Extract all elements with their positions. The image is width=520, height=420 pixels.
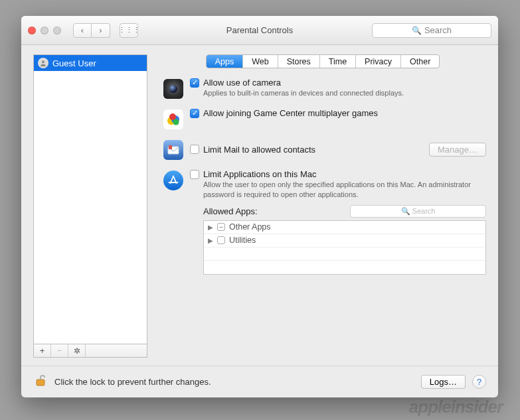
lock-text: Click the lock to prevent further change… — [54, 377, 211, 387]
setting-camera: ✓ Allow use of camera Applies to built-i… — [163, 78, 486, 99]
users-list[interactable]: Guest User — [33, 54, 147, 344]
preferences-window: ‹ › ⋮⋮⋮ Parental Controls 🔍 Search Guest… — [21, 16, 498, 397]
sidebar-footer: + − ✲ — [33, 344, 147, 358]
user-name: Guest User — [52, 58, 96, 68]
tab-other[interactable]: Other — [401, 55, 439, 68]
tabs: Apps Web Stores Time Privacy Other — [159, 54, 486, 68]
camera-checkbox[interactable]: ✓ Allow use of camera — [190, 78, 486, 88]
disclosure-triangle-icon[interactable]: ▶ — [208, 224, 213, 231]
watermark: appleinsider — [409, 397, 503, 417]
checkbox-indicator — [190, 170, 199, 179]
user-row[interactable]: Guest User — [34, 55, 147, 71]
checkbox-indicator: ✓ — [190, 78, 199, 88]
sidebar-footer-spacer — [86, 344, 147, 357]
checkbox-label: Limit Applications on this Mac — [203, 169, 317, 179]
minimize-button[interactable] — [41, 27, 48, 35]
gear-icon: ✲ — [74, 346, 80, 356]
help-button[interactable]: ? — [472, 375, 486, 389]
setting-limit-apps: Limit Applications on this Mac Allow the… — [163, 169, 486, 275]
tab-label: Other — [410, 57, 430, 66]
list-item[interactable]: ▶ Utilities — [204, 234, 485, 247]
close-button[interactable] — [28, 27, 36, 35]
svg-point-0 — [42, 60, 44, 63]
tab-apps[interactable]: Apps — [207, 55, 244, 68]
tab-label: Stores — [287, 57, 311, 66]
svg-rect-10 — [37, 380, 44, 385]
tab-label: Time — [329, 57, 347, 66]
search-icon: 🔍 — [412, 26, 422, 35]
zoom-button[interactable] — [53, 27, 61, 35]
users-sidebar: Guest User + − ✲ — [33, 54, 147, 358]
chevron-right-icon: › — [99, 25, 102, 35]
user-silhouette-icon — [38, 58, 48, 68]
window-controls — [28, 27, 61, 35]
item-label: Utilities — [229, 236, 256, 245]
svg-point-3 — [169, 113, 176, 120]
grid-icon: ⋮⋮⋮ — [118, 26, 140, 35]
window-footer: Click the lock to prevent further change… — [21, 366, 498, 397]
setting-mail: Limit Mail to allowed contacts Manage… — [163, 139, 486, 160]
checkbox-indicator — [190, 145, 199, 154]
forward-button[interactable]: › — [92, 23, 110, 38]
remove-user-button[interactable]: − — [51, 344, 68, 357]
toolbar-search-field[interactable]: 🔍 Search — [372, 23, 491, 38]
window-body: Guest User + − ✲ Apps Web Stores Time P — [21, 45, 498, 366]
add-user-button[interactable]: + — [34, 344, 51, 357]
appstore-icon — [163, 171, 183, 190]
settings-list: ✓ Allow use of camera Applies to built-i… — [159, 78, 486, 275]
svg-rect-6 — [169, 145, 172, 149]
camera-desc: Applies to built-in cameras in devices a… — [203, 88, 486, 98]
svg-point-4 — [173, 119, 179, 125]
checkbox-indicator: ✓ — [190, 109, 199, 118]
gamecenter-checkbox[interactable]: ✓ Allow joining Game Center multiplayer … — [190, 108, 486, 118]
show-all-button[interactable]: ⋮⋮⋮ — [120, 23, 138, 38]
sidebar-actions-button[interactable]: ✲ — [68, 344, 86, 357]
disclosure-triangle-icon[interactable]: ▶ — [208, 237, 213, 244]
mail-icon — [163, 140, 183, 160]
main-panel: Apps Web Stores Time Privacy Other ✓ All… — [159, 54, 486, 358]
search-icon: 🔍 — [401, 207, 410, 216]
list-item-empty — [204, 247, 485, 261]
nav-buttons: ‹ › — [73, 23, 110, 38]
setting-gamecenter: ✓ Allow joining Game Center multiplayer … — [163, 108, 486, 129]
camera-icon — [163, 79, 183, 99]
search-placeholder: Search — [424, 25, 452, 35]
logs-button[interactable]: Logs… — [421, 375, 466, 389]
checkbox-label: Allow joining Game Center multiplayer ga… — [203, 108, 378, 118]
tabs-inner: Apps Web Stores Time Privacy Other — [206, 54, 440, 68]
tab-label: Web — [252, 57, 268, 66]
limit-apps-desc: Allow the user to open only the specifie… — [203, 180, 486, 200]
tab-time[interactable]: Time — [320, 55, 356, 68]
back-button[interactable]: ‹ — [73, 23, 92, 38]
allowed-apps-list[interactable]: ▶ − Other Apps ▶ Utilities — [203, 220, 486, 275]
list-item[interactable]: ▶ − Other Apps — [204, 221, 485, 234]
checkbox-label: Limit Mail to allowed contacts — [203, 145, 315, 155]
gamecenter-icon — [163, 109, 183, 129]
allowed-apps-heading: Allowed Apps: — [203, 206, 343, 216]
search-placeholder: Search — [412, 207, 436, 215]
checkbox-label: Allow use of camera — [203, 78, 281, 88]
allowed-apps-search-field[interactable]: 🔍 Search — [350, 205, 486, 218]
tab-label: Privacy — [365, 57, 392, 66]
tab-web[interactable]: Web — [243, 55, 278, 68]
tab-label: Apps — [215, 57, 234, 66]
manage-contacts-button[interactable]: Manage… — [429, 143, 486, 157]
allowed-apps-header: Allowed Apps: 🔍 Search — [203, 205, 486, 218]
lock-open-icon[interactable] — [33, 373, 48, 391]
tab-stores[interactable]: Stores — [278, 55, 320, 68]
list-item-empty — [204, 261, 485, 274]
limit-apps-checkbox[interactable]: Limit Applications on this Mac — [190, 169, 486, 179]
checkbox-mixed[interactable]: − — [217, 223, 225, 231]
checkbox-unchecked[interactable] — [217, 236, 225, 244]
mail-checkbox[interactable]: Limit Mail to allowed contacts — [190, 145, 422, 155]
chevron-left-icon: ‹ — [81, 25, 84, 35]
titlebar: ‹ › ⋮⋮⋮ Parental Controls 🔍 Search — [21, 16, 498, 45]
allowed-apps-block: Allowed Apps: 🔍 Search ▶ − O — [203, 205, 486, 275]
tab-privacy[interactable]: Privacy — [356, 55, 401, 68]
item-label: Other Apps — [229, 222, 271, 232]
